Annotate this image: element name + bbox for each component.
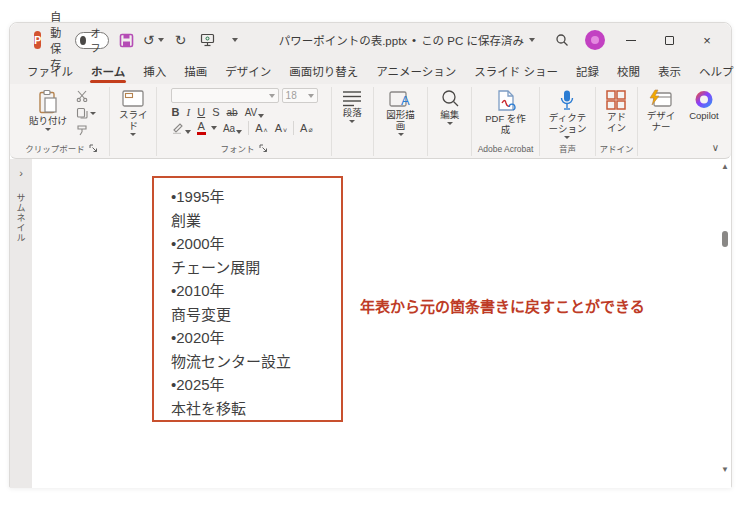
slide-textbox[interactable]: •1995年 創業 •2000年 チェーン展開 •2010年 商号変更 •202… [152, 176, 343, 422]
italic-button[interactable]: I [186, 106, 192, 118]
document-title[interactable]: パワーポイントの表.pptx • この PC に保存済み [279, 32, 535, 48]
tab-insert[interactable]: 挿入 [134, 57, 175, 84]
tab-file[interactable]: ファイル [18, 57, 82, 84]
tab-help[interactable]: ヘルプ [690, 57, 740, 84]
font-size-value: 18 [286, 90, 297, 101]
chevron-down-icon [258, 114, 264, 118]
divider [248, 121, 249, 135]
customize-quick-access-button[interactable] [226, 29, 244, 51]
microphone-icon [559, 89, 575, 112]
maximize-button[interactable] [657, 28, 681, 52]
svg-text:A: A [401, 93, 410, 108]
chevron-down-icon [158, 38, 164, 42]
thumbnail-pane-label: サムネイル [15, 193, 28, 243]
tab-transitions[interactable]: 画面切り替え [280, 57, 367, 84]
grow-font-label: A [255, 122, 262, 134]
bold-button[interactable]: B [171, 106, 181, 118]
down-caret-icon: ˅ [283, 127, 287, 134]
highlight-pen-button[interactable] [171, 122, 192, 134]
undo-button[interactable]: ↺ [145, 29, 163, 51]
scroll-up-icon[interactable]: ▲ [721, 162, 729, 171]
dialog-launcher-icon[interactable] [259, 144, 268, 153]
tab-animations[interactable]: アニメーション [367, 57, 465, 84]
designer-button[interactable]: デザイナー [642, 88, 680, 134]
underline-button[interactable]: U [196, 106, 206, 118]
start-slideshow-button[interactable] [199, 29, 217, 51]
vertical-scrollbar[interactable]: ▲ ▼ [720, 159, 730, 488]
drawing-button[interactable]: A 図形描画 [378, 88, 424, 137]
ribbon-home: 貼り付け [10, 84, 731, 159]
paragraph-lines-icon [341, 89, 363, 107]
copilot-button[interactable]: Copilot [683, 88, 725, 123]
create-pdf-button[interactable]: PDF を作成 [478, 88, 534, 137]
shrink-font-button[interactable]: A˅ [274, 122, 288, 134]
copy-button[interactable] [74, 105, 98, 121]
new-slide-button[interactable]: スライド [114, 88, 152, 137]
addins-button[interactable]: アドイン [599, 88, 633, 135]
redo-button[interactable]: ↻ [172, 29, 190, 51]
shrink-font-label: A [275, 122, 282, 134]
clear-format-label: A [300, 122, 307, 134]
maximize-icon [665, 36, 674, 45]
font-group-label: フォント [221, 142, 268, 154]
scrollbar-thumb[interactable] [722, 231, 728, 247]
paste-button[interactable]: 貼り付け [25, 88, 71, 132]
dialog-launcher-icon[interactable] [89, 144, 98, 153]
clipboard-group-label-text: クリップボード [25, 142, 85, 154]
strikethrough-button[interactable]: ab [226, 107, 239, 118]
autosave-state: オフ [91, 25, 104, 55]
collapse-ribbon-button[interactable]: ∨ [712, 142, 719, 153]
tab-home[interactable]: ホーム [82, 57, 134, 84]
scroll-down-icon[interactable]: ▼ [721, 465, 729, 474]
expand-pane-icon[interactable]: › [19, 167, 23, 179]
dictate-button[interactable]: ディクテーション [543, 88, 591, 140]
copy-icon [76, 107, 88, 119]
tab-view[interactable]: 表示 [649, 57, 690, 84]
paragraph-button[interactable]: 段落 [337, 88, 367, 124]
slide-canvas[interactable]: •1995年 創業 •2000年 チェーン展開 •2010年 商号変更 •202… [32, 159, 731, 488]
search-button[interactable] [553, 29, 571, 51]
tab-slideshow[interactable]: スライド ショー [465, 57, 567, 84]
textbox-line: 創業 [171, 209, 341, 233]
chevron-down-icon [349, 120, 355, 123]
group-voice: ディクテーション 音声 [540, 87, 596, 156]
chevron-down-icon [447, 122, 453, 125]
font-name-combobox[interactable] [171, 88, 279, 103]
save-icon [119, 33, 134, 48]
slideshow-monitor-icon [200, 33, 215, 47]
font-color-button[interactable]: A [197, 121, 206, 135]
autosave-toggle[interactable]: オフ [75, 32, 109, 49]
tab-review[interactable]: 校閲 [608, 57, 649, 84]
group-clipboard: 貼り付け [14, 87, 110, 156]
textbox-line: 物流センター設立 [171, 350, 341, 374]
thumbnail-pane-collapsed[interactable]: › サムネイル [10, 159, 32, 488]
tab-draw[interactable]: 描画 [175, 57, 216, 84]
group-paragraph: 段落 [332, 87, 374, 156]
clear-formatting-button[interactable]: A⌀ [299, 122, 314, 134]
annotation-text[interactable]: 年表から元の箇条書きに戻すことができる [360, 295, 645, 316]
paragraph-label: 段落 [343, 108, 362, 119]
format-painter-button[interactable] [74, 122, 98, 138]
grow-font-button[interactable]: A˄ [254, 122, 268, 134]
filename: パワーポイントの表.pptx [279, 32, 407, 48]
editing-button[interactable]: 編集 [436, 88, 464, 126]
acrobat-group-label-text: Adobe Acrobat [478, 144, 534, 154]
tab-design[interactable]: デザイン [216, 57, 280, 84]
tab-record[interactable]: 記録 [567, 57, 608, 84]
chevron-down-icon [308, 94, 314, 98]
font-size-combobox[interactable]: 18 [282, 88, 318, 103]
character-spacing-button[interactable]: AV [244, 107, 266, 118]
chevron-down-icon [564, 136, 570, 139]
voice-group-label: 音声 [559, 142, 576, 154]
change-case-button[interactable]: Aa [222, 123, 243, 134]
close-button[interactable]: × [695, 28, 719, 52]
account-avatar[interactable] [585, 30, 605, 50]
minimize-button[interactable] [619, 28, 643, 52]
save-button[interactable] [118, 29, 136, 51]
pen-icon [172, 122, 184, 134]
copilot-icon [693, 89, 715, 110]
cut-button[interactable] [74, 88, 98, 104]
group-editing: 編集 [428, 87, 472, 156]
text-shadow-button[interactable]: S [211, 106, 220, 118]
group-drawing: A 図形描画 [374, 87, 429, 156]
